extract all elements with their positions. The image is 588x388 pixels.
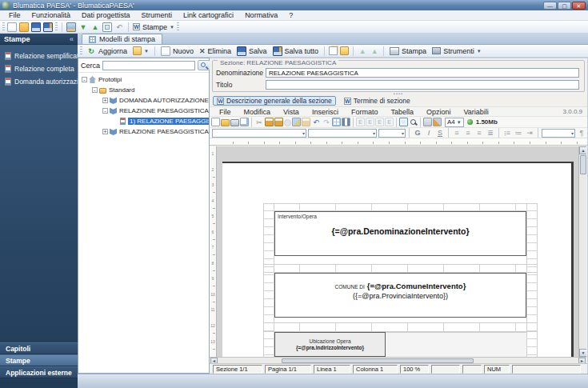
- sidebar-item[interactable]: Domanda autorizzazione: [0, 75, 78, 88]
- save-as-icon[interactable]: [43, 22, 53, 32]
- sidebar-nav-item[interactable]: Capitoli: [0, 342, 78, 354]
- search-button[interactable]: [198, 60, 210, 70]
- vertical-scroll-thumb[interactable]: [580, 155, 586, 174]
- zoom-level-select[interactable]: [542, 129, 575, 138]
- menu-item[interactable]: ?: [283, 10, 298, 21]
- font-style-select[interactable]: [308, 129, 377, 138]
- section-tab[interactable]: W Descrizione generale della sezione: [213, 96, 336, 106]
- tree-row[interactable]: + RELAZIONE PAESAGGISTICA SEMPLIFICA: [80, 126, 209, 137]
- tree-expander-icon[interactable]: +: [102, 129, 108, 134]
- field-insert-icon[interactable]: E: [356, 118, 365, 126]
- close-button[interactable]: ✕: [572, 2, 586, 10]
- record-icon[interactable]: [284, 119, 291, 126]
- print-preview-icon[interactable]: [240, 118, 249, 126]
- vertical-scrollbar[interactable]: ▲ ▼: [578, 146, 586, 357]
- move-up-icon[interactable]: ▲: [358, 46, 367, 56]
- tab-modelli-di-stampa[interactable]: Modelli di stampa: [82, 34, 162, 44]
- delete-button[interactable]: ✕ Elimina: [198, 46, 233, 57]
- editor-menu-item[interactable]: Tabella: [384, 108, 420, 116]
- bullet-list-icon[interactable]: ⁝≡: [502, 129, 512, 138]
- tools-dropdown-button[interactable]: Strumenti ▼: [430, 46, 482, 57]
- editor-menu-item[interactable]: Formato: [345, 108, 385, 116]
- sidebar-nav-item[interactable]: Applicazioni esterne: [0, 366, 78, 378]
- scroll-up-icon[interactable]: ▲: [579, 146, 586, 154]
- editor-canvas[interactable]: 12345678910111213 Intervento/Opera {=@pr…: [210, 146, 586, 357]
- duplicate-icon[interactable]: [340, 46, 349, 55]
- paste-special-icon[interactable]: [274, 118, 283, 126]
- save-button[interactable]: Salva: [235, 46, 269, 57]
- export-dropdown-button[interactable]: ▼: [131, 46, 150, 57]
- copy-icon[interactable]: [329, 46, 338, 55]
- collapse-sidebar-icon[interactable]: «: [70, 35, 74, 43]
- bold-button[interactable]: G: [413, 129, 422, 138]
- numbered-list-icon[interactable]: ≔: [514, 129, 523, 138]
- field-delete-icon[interactable]: E: [385, 118, 394, 126]
- preview-screen-icon[interactable]: [102, 22, 112, 32]
- field-edit-icon[interactable]: E: [366, 118, 374, 126]
- sidebar-nav-item[interactable]: Stampe: [0, 354, 78, 366]
- open-icon[interactable]: [221, 119, 230, 126]
- tree-row[interactable]: - Prototipi: [80, 74, 209, 85]
- tree-expander-icon[interactable]: -: [82, 77, 87, 82]
- new-button[interactable]: Nuovo: [159, 46, 195, 57]
- align-left-icon[interactable]: ≡: [452, 129, 462, 138]
- move-down-icon[interactable]: ▲: [370, 46, 379, 56]
- section-tab[interactable]: W Termine di sezione: [341, 96, 414, 106]
- ubicazione-box[interactable]: Ubicazione Opera {=@pra.IndirizzoInterve…: [274, 332, 386, 357]
- save-all-button[interactable]: Salva tutto: [271, 46, 321, 57]
- paste-icon[interactable]: [265, 118, 274, 126]
- tree-row[interactable]: - Standard: [80, 85, 209, 95]
- print-button[interactable]: Stampa: [388, 46, 428, 57]
- tree-row[interactable]: + DOMANDA AUTORIZZAZIONE PAESAGGIS: [80, 95, 209, 106]
- minimize-button[interactable]: —: [543, 2, 557, 10]
- align-center-icon[interactable]: ≡: [463, 129, 473, 138]
- indent-icon[interactable]: ⇥: [525, 129, 534, 138]
- new-document-icon[interactable]: [7, 22, 17, 32]
- page-size-select[interactable]: A4 ▼: [445, 118, 464, 127]
- undo-icon[interactable]: ↶: [114, 22, 124, 32]
- align-justify-icon[interactable]: ≣: [486, 129, 495, 138]
- page-view-icon[interactable]: [399, 118, 408, 126]
- insert-object-icon[interactable]: [302, 118, 310, 126]
- export-up-arrow-icon[interactable]: ▲: [90, 22, 100, 32]
- underline-button[interactable]: S: [435, 129, 445, 138]
- tree-expander-icon[interactable]: -: [102, 108, 108, 114]
- scroll-down-icon[interactable]: ▼: [579, 349, 586, 357]
- document-page[interactable]: Intervento/Opera {=@pra.DenominazioneInt…: [222, 162, 571, 357]
- undo-icon[interactable]: ↶: [311, 118, 321, 127]
- menu-item[interactable]: File: [3, 10, 26, 21]
- search-input[interactable]: [102, 61, 195, 70]
- font-size-select[interactable]: [378, 129, 406, 138]
- menu-item[interactable]: Dati progettista: [76, 10, 136, 21]
- cut-icon[interactable]: ✂: [254, 118, 264, 127]
- editor-menu-item[interactable]: Vista: [277, 108, 306, 116]
- stampe-dropdown-label[interactable]: Stampe: [142, 23, 167, 31]
- tree-row[interactable]: - RELAZIONE PAESAGGISTICA COMPLETA: [80, 106, 209, 116]
- field-update-icon[interactable]: E: [375, 118, 384, 126]
- columns-icon[interactable]: [342, 118, 350, 126]
- menu-item[interactable]: Funzionalità: [26, 10, 77, 21]
- insert-image-icon[interactable]: [292, 118, 301, 126]
- format-brush-icon[interactable]: [433, 118, 442, 126]
- comune-box[interactable]: COMUNE DI{=@pra.ComuneIntervento} ({=@pr…: [274, 273, 526, 318]
- import-down-arrow-icon[interactable]: ▼: [78, 22, 88, 32]
- tree-expander-icon[interactable]: -: [92, 87, 98, 93]
- menu-item[interactable]: Normativa: [239, 10, 283, 21]
- horizontal-scrollbar[interactable]: ◄ ►: [210, 357, 586, 363]
- save-icon[interactable]: [31, 22, 41, 32]
- print-icon[interactable]: [230, 119, 239, 126]
- editor-menu-item[interactable]: Modifica: [238, 108, 278, 116]
- redo-icon[interactable]: ↷: [322, 118, 331, 127]
- refresh-button[interactable]: ↻ Aggiorna: [85, 46, 129, 57]
- tree-expander-icon[interactable]: +: [102, 98, 108, 103]
- insert-table-icon[interactable]: [332, 118, 341, 126]
- font-family-select[interactable]: [212, 129, 306, 138]
- editor-menu-item[interactable]: Inserisci: [306, 108, 345, 116]
- zoom-icon[interactable]: [409, 118, 418, 126]
- editor-menu-item[interactable]: Variabili: [457, 108, 494, 116]
- open-icon[interactable]: [19, 22, 29, 32]
- new-icon[interactable]: [211, 118, 220, 126]
- sidebar-item[interactable]: Relazione semplificata: [0, 50, 78, 62]
- paragraph-marks-icon[interactable]: ¶: [577, 129, 586, 138]
- align-right-icon[interactable]: ≡: [474, 129, 484, 138]
